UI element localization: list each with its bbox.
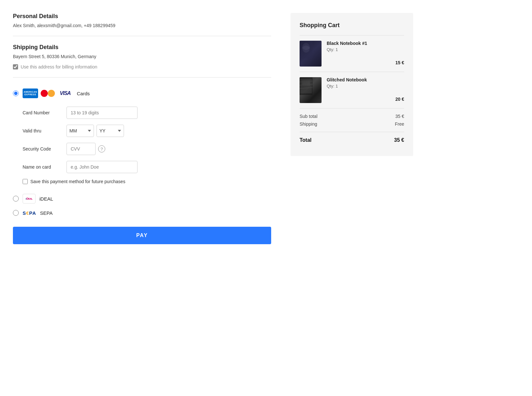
cart-divider-1 bbox=[300, 35, 404, 36]
sepa-e: € bbox=[26, 210, 29, 216]
security-code-row: Security Code ? bbox=[23, 143, 271, 155]
cart-item-1-qty: Qty: 1 bbox=[327, 47, 390, 52]
year-select[interactable]: YY 242526 272829 30 bbox=[97, 125, 124, 137]
name-on-card-label: Name on card bbox=[23, 164, 61, 170]
svg-rect-7 bbox=[302, 80, 310, 86]
cvv-input[interactable] bbox=[66, 143, 96, 155]
cvv-help-icon[interactable]: ? bbox=[98, 145, 105, 152]
cvv-row-inner: ? bbox=[66, 143, 105, 155]
shipping-row: Shipping Free bbox=[300, 121, 404, 127]
cart-item-2-qty: Qty: 1 bbox=[327, 84, 390, 89]
cart-item-1-name: Black Notebook #1 bbox=[327, 41, 390, 46]
notebook-cover-2 bbox=[300, 77, 322, 103]
save-payment-checkbox[interactable] bbox=[23, 179, 28, 184]
amex-logo: AMERICANEXPRESS bbox=[23, 89, 38, 98]
security-code-label: Security Code bbox=[23, 146, 61, 151]
subtotal-row: Sub total 35 € bbox=[300, 114, 404, 119]
subtotal-value: 35 € bbox=[395, 114, 404, 119]
sepa-radio[interactable] bbox=[13, 210, 19, 216]
cards-payment-option[interactable]: AMERICANEXPRESS VISA Cards bbox=[13, 85, 271, 101]
payment-section: AMERICANEXPRESS VISA Cards Card Number bbox=[13, 85, 271, 219]
ideal-payment-option[interactable]: i D EAL iDEAL bbox=[13, 191, 271, 207]
valid-thru-label: Valid thru bbox=[23, 128, 61, 133]
left-panel: Personal Details Alex Smith, alexsmith@g… bbox=[13, 13, 271, 383]
subtotal-label: Sub total bbox=[300, 114, 317, 119]
cards-label: Cards bbox=[77, 91, 90, 96]
personal-details-section: Personal Details Alex Smith, alexsmith@g… bbox=[13, 13, 271, 28]
shipping-address: Bayern Street 5, 80336 Munich, Germany bbox=[13, 54, 271, 59]
shipping-value: Free bbox=[395, 121, 404, 127]
cart-item-1-price: 15 € bbox=[395, 60, 404, 67]
total-value: 35 € bbox=[394, 137, 404, 143]
visa-logo: VISA bbox=[57, 89, 73, 98]
pay-button[interactable]: PAY bbox=[13, 227, 271, 244]
valid-thru-row: Valid thru MM 010203 040506 070809 10111… bbox=[23, 125, 271, 137]
cart-item-2: Glitched Notebook Qty: 1 20 € bbox=[300, 77, 404, 103]
billing-checkbox-label: Use this address for billing information bbox=[21, 64, 97, 69]
personal-details-title: Personal Details bbox=[13, 13, 271, 20]
card-logos: AMERICANEXPRESS VISA bbox=[23, 89, 73, 98]
mc-circle-red bbox=[41, 90, 48, 97]
name-on-card-input[interactable] bbox=[66, 161, 138, 173]
billing-checkbox-row[interactable]: Use this address for billing information bbox=[13, 64, 271, 69]
shipping-details-title: Shipping Details bbox=[13, 44, 271, 51]
billing-checkbox[interactable] bbox=[13, 64, 18, 69]
card-form: Card Number Valid thru MM 010203 040506 … bbox=[13, 107, 271, 173]
mastercard-logo bbox=[41, 89, 55, 98]
cart-item-2-image bbox=[300, 77, 322, 103]
cart-item-2-details: Glitched Notebook Qty: 1 bbox=[327, 77, 390, 89]
sepa-pa: PA bbox=[29, 210, 36, 216]
shopping-cart-panel: Shopping Cart Black Notebook #1 Qty: 1 1… bbox=[291, 13, 413, 156]
shipping-details-section: Shipping Details Bayern Street 5, 80336 … bbox=[13, 44, 271, 69]
shipping-label: Shipping bbox=[300, 121, 317, 127]
cart-item-1-details: Black Notebook #1 Qty: 1 bbox=[327, 41, 390, 52]
divider-2 bbox=[13, 77, 271, 78]
sepa-payment-option[interactable]: S € PA SEPA bbox=[13, 207, 271, 219]
card-number-label: Card Number bbox=[23, 110, 61, 115]
cart-divider-3 bbox=[300, 108, 404, 109]
card-number-input[interactable] bbox=[66, 107, 138, 119]
name-on-card-row: Name on card bbox=[23, 161, 271, 173]
notebook-cover-1 bbox=[300, 41, 322, 67]
ideal-radio[interactable] bbox=[13, 196, 19, 202]
ideal-label: iDEAL bbox=[39, 196, 53, 202]
valid-thru-group: MM 010203 040506 070809 101112 YY 242526… bbox=[66, 125, 124, 137]
total-label: Total bbox=[300, 137, 312, 143]
personal-details-info: Alex Smith, alexsmith@gmail.com, +49 188… bbox=[13, 23, 271, 28]
divider-1 bbox=[13, 36, 271, 36]
sepa-s: S bbox=[23, 210, 26, 216]
month-select[interactable]: MM 010203 040506 070809 101112 bbox=[66, 125, 94, 137]
cart-item-2-name: Glitched Notebook bbox=[327, 77, 390, 82]
cart-divider-4 bbox=[300, 132, 404, 132]
cart-divider-2 bbox=[300, 72, 404, 72]
save-payment-row[interactable]: Save this payment method for future purc… bbox=[13, 179, 271, 184]
sepa-logo: S € PA bbox=[23, 210, 36, 216]
sepa-label: SEPA bbox=[40, 210, 53, 216]
mc-circle-orange bbox=[48, 90, 55, 97]
save-payment-label: Save this payment method for future purc… bbox=[30, 179, 125, 184]
ideal-logo: i D EAL bbox=[23, 194, 36, 203]
cart-title: Shopping Cart bbox=[300, 22, 404, 29]
cart-totals: Sub total 35 € Shipping Free Total 35 € bbox=[300, 108, 404, 143]
cart-item-1-image bbox=[300, 41, 322, 67]
cards-radio[interactable] bbox=[13, 90, 19, 96]
cart-item-1: Black Notebook #1 Qty: 1 15 € bbox=[300, 41, 404, 67]
card-number-row: Card Number bbox=[23, 107, 271, 119]
cart-item-2-price: 20 € bbox=[395, 97, 404, 103]
total-row: Total 35 € bbox=[300, 137, 404, 143]
